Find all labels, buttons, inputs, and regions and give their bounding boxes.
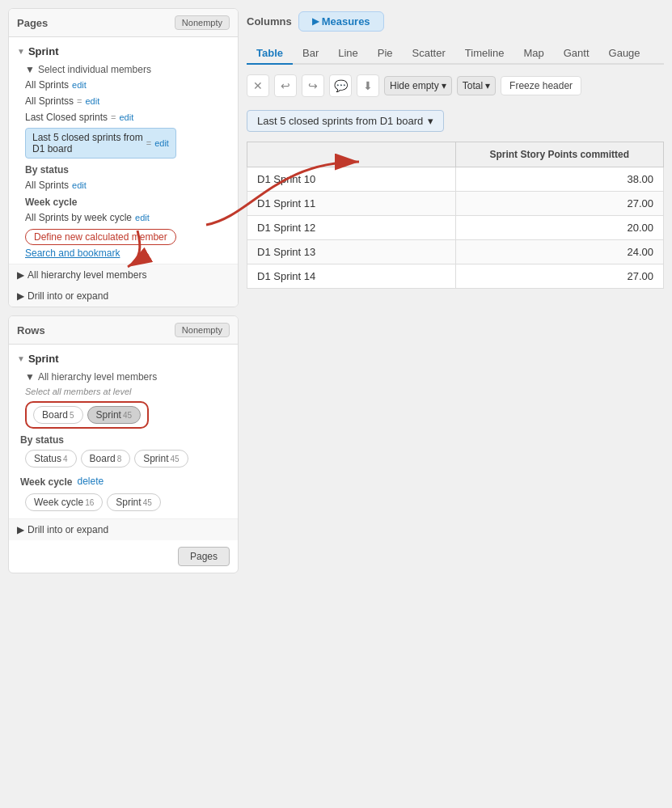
pages-panel-header: Pages Nonempty — [9, 9, 238, 37]
member-row-last-closed: Last Closed sprints = edit — [25, 109, 230, 125]
search-bookmark-link[interactable]: Search and bookmark — [25, 246, 120, 260]
sprint-name: D1 Sprint 14 — [247, 264, 456, 289]
sprint-value: 27.00 — [455, 264, 664, 289]
table-row: D1 Sprint 13 24.00 — [247, 240, 664, 264]
all-hierarchy-row[interactable]: ▶ All hierarchy level members — [9, 264, 238, 286]
tab-gauge[interactable]: Gauge — [599, 43, 650, 65]
tab-map[interactable]: Map — [514, 43, 553, 65]
rows-by-status-label: By status — [17, 431, 230, 447]
week-cycle-row: All Sprints by week cycle edit — [25, 209, 230, 226]
sprint-name: D1 Sprint 13 — [247, 240, 456, 264]
data-table-container: Sprint Story Points committed D1 Sprint … — [247, 142, 664, 289]
all-sprints-edit[interactable]: edit — [72, 80, 87, 90]
measures-arrow: ▶ — [312, 16, 319, 27]
member-row-all-sprints: All Sprints edit — [25, 77, 230, 93]
sprint45c-pill[interactable]: Sprint 45 — [107, 493, 160, 511]
tab-pie[interactable]: Pie — [368, 43, 403, 65]
select-all-members-label: Select all members at level — [17, 384, 230, 399]
by-status-edit[interactable]: edit — [72, 180, 87, 190]
board8-pill[interactable]: Board 8 — [81, 450, 131, 467]
columns-header: Columns ▶ Measures — [247, 8, 664, 35]
all-hierarchy-chevron: ▶ — [17, 269, 24, 281]
week-cycle-pills: Week cycle 16 Sprint 45 — [17, 491, 230, 514]
table-row: D1 Sprint 14 27.00 — [247, 264, 664, 289]
tab-table[interactable]: Table — [247, 43, 293, 65]
last5-member-highlight[interactable]: Last 5 closed sprints fromD1 board = edi… — [25, 128, 176, 159]
sprint-value: 24.00 — [455, 240, 664, 264]
sprint-name: D1 Sprint 11 — [247, 192, 456, 216]
member-row-all-sprintss: All Sprintss = edit — [25, 93, 230, 109]
sprint-filter-button[interactable]: Last 5 closed sprints from D1 board ▾ — [247, 110, 444, 132]
sprint45-pill[interactable]: Sprint 45 — [87, 406, 141, 424]
last5-edit[interactable]: edit — [154, 138, 169, 148]
rows-all-hierarchy-chevron: ▼ — [25, 371, 35, 383]
rows-sprint-chevron: ▼ — [17, 354, 25, 363]
status4-pill[interactable]: Status 4 — [25, 450, 77, 467]
rows-drill-chevron: ▶ — [17, 524, 24, 535]
toolbar-download-icon[interactable]: ⬇ — [357, 74, 379, 97]
rows-nonempty-badge[interactable]: Nonempty — [175, 323, 230, 337]
drill-expand-chevron: ▶ — [17, 290, 24, 302]
member-items: All Sprints edit All Sprintss = edit Las… — [17, 77, 230, 259]
tab-bar[interactable]: Bar — [293, 43, 328, 65]
data-table: Sprint Story Points committed D1 Sprint … — [247, 142, 664, 289]
pages-btn-container: Pages — [9, 540, 238, 573]
measures-badge[interactable]: ▶ Measures — [298, 11, 384, 32]
rows-all-hierarchy-subsection[interactable]: ▼ All hierarchy level members — [17, 368, 230, 384]
week-cycle-label: Week cycle — [25, 193, 230, 209]
table-row: D1 Sprint 10 38.00 — [247, 167, 664, 192]
toolbar-cancel-icon[interactable]: ✕ — [247, 74, 269, 97]
tab-gantt[interactable]: Gantt — [554, 43, 599, 65]
toolbar-comment-icon[interactable]: 💬 — [329, 74, 352, 97]
tab-bar: Table Bar Line Pie Scatter Timeline Map … — [247, 43, 664, 65]
all-sprintss-edit[interactable]: edit — [85, 96, 99, 106]
toolbar: ✕ ↩ ↪ 💬 ⬇ Hide empty ▾ Total ▾ Freeze he… — [247, 71, 664, 100]
sprint-value: 27.00 — [455, 192, 664, 216]
rows-drill-expand[interactable]: ▶ Drill into or expand — [9, 519, 238, 540]
nonempty-badge[interactable]: Nonempty — [175, 15, 230, 30]
tab-timeline[interactable]: Timeline — [455, 43, 514, 65]
last-closed-edit[interactable]: edit — [119, 112, 133, 122]
board-sprint-pills: Board 5 Sprint 45 — [17, 399, 230, 431]
rows-by-status-pills: Status 4 Board 8 Sprint 45 — [17, 447, 230, 470]
columns-label: Columns — [247, 15, 292, 27]
select-individual-chevron: ▼ — [25, 64, 35, 75]
rows-sprint-section: ▼ Sprint ▼ All hierarchy level members S… — [9, 345, 238, 519]
sprint-section-title[interactable]: ▼ Sprint — [17, 42, 230, 61]
sprint-name: D1 Sprint 10 — [247, 167, 456, 192]
sprint-name: D1 Sprint 12 — [247, 216, 456, 240]
board5-pill[interactable]: Board 5 — [33, 406, 83, 424]
selected-level-box: Board 5 Sprint 45 — [25, 401, 149, 429]
week-cycle-edit[interactable]: edit — [135, 213, 150, 222]
tab-line[interactable]: Line — [328, 43, 368, 65]
table-header-row: Last 5 closed sprints from D1 board ▾ — [247, 107, 664, 135]
pages-button[interactable]: Pages — [178, 547, 230, 566]
select-individual-subsection[interactable]: ▼ Select individual members — [17, 61, 230, 77]
total-dropdown[interactable]: Total ▾ — [457, 76, 496, 95]
define-calculated-member[interactable]: Define new calculated member — [25, 226, 230, 247]
rows-panel: Rows Nonempty ▼ Sprint ▼ All hierarchy l… — [8, 315, 239, 573]
drill-expand-row[interactable]: ▶ Drill into or expand — [9, 286, 238, 307]
sprint-value: 38.00 — [455, 167, 664, 192]
rows-label: Rows — [17, 324, 45, 336]
sprint-chevron: ▼ — [17, 47, 25, 56]
pages-label: Pages — [17, 17, 48, 29]
table-row-header — [247, 142, 456, 167]
table-row: D1 Sprint 12 20.00 — [247, 216, 664, 240]
right-panel: Columns ▶ Measures Table Bar Line Pie Sc… — [247, 8, 664, 800]
wc16-pill[interactable]: Week cycle 16 — [25, 493, 103, 511]
hide-empty-dropdown[interactable]: Hide empty ▾ — [384, 76, 452, 95]
by-status-row: All Sprints edit — [25, 177, 230, 193]
freeze-header-button[interactable]: Freeze header — [501, 76, 581, 95]
sprint-section: ▼ Sprint ▼ Select individual members All… — [9, 37, 238, 264]
tab-scatter[interactable]: Scatter — [403, 43, 455, 65]
week-cycle-delete[interactable]: delete — [78, 476, 104, 487]
rows-week-cycle-label: Week cycle — [20, 473, 73, 489]
sprint45b-pill[interactable]: Sprint 45 — [134, 450, 188, 467]
member-row-last5: Last 5 closed sprints fromD1 board = edi… — [25, 125, 230, 161]
rows-sprint-title[interactable]: ▼ Sprint — [17, 349, 230, 368]
sprint-value: 20.00 — [455, 216, 664, 240]
toolbar-redo-icon[interactable]: ↪ — [302, 74, 324, 97]
toolbar-undo-icon[interactable]: ↩ — [274, 74, 297, 97]
by-status-label: By status — [25, 161, 230, 177]
